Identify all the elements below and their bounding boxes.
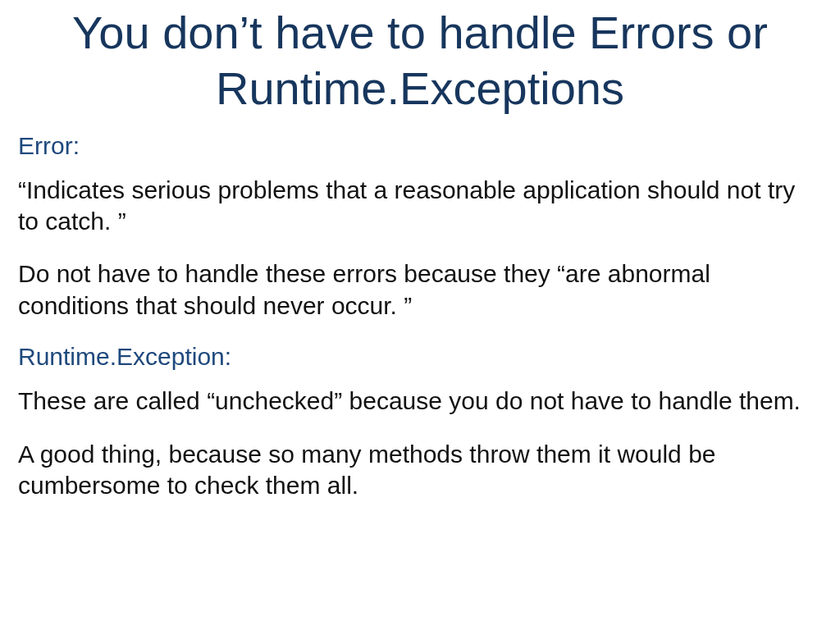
error-paragraph-2: Do not have to handle these errors becau… <box>18 258 822 322</box>
error-paragraph-1: “Indicates serious problems that a reaso… <box>18 175 822 238</box>
error-heading: Error: <box>18 132 822 160</box>
runtime-paragraph-2: A good thing, because so many methods th… <box>18 439 822 502</box>
slide-title: You don’t have to handle Errors or Runti… <box>18 5 822 117</box>
runtime-paragraph-1: These are called “unchecked” because you… <box>18 386 822 417</box>
runtime-exception-heading: Runtime.Exception: <box>18 343 822 371</box>
slide: You don’t have to handle Errors or Runti… <box>0 0 840 630</box>
